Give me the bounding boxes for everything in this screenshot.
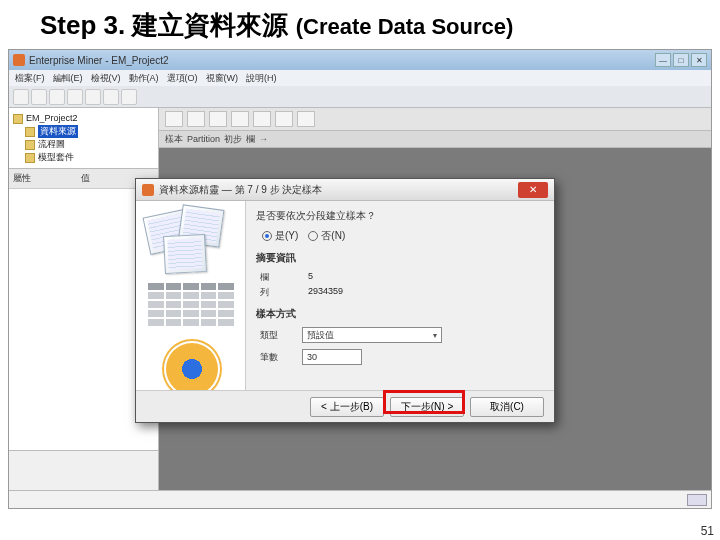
section-summary-label: 摘要資訊 xyxy=(256,251,544,265)
toolbar-btn[interactable] xyxy=(121,89,137,105)
size-input[interactable]: 30 xyxy=(302,349,362,365)
wizard-art-panel xyxy=(136,201,246,390)
section-sample-label: 樣本方式 xyxy=(256,307,544,321)
canvas-btn[interactable] xyxy=(187,111,205,127)
type-value: 預設值 xyxy=(307,329,334,342)
tab-explore[interactable]: 初步 xyxy=(224,133,242,146)
canvas-btn[interactable] xyxy=(253,111,271,127)
wizard-icon xyxy=(142,184,154,196)
cols-label: 列 xyxy=(260,286,300,299)
window-title: Enterprise Miner - EM_Project2 xyxy=(29,55,169,66)
tab-sample[interactable]: 樣本 xyxy=(165,133,183,146)
tree-data-sources[interactable]: 資料來源 xyxy=(38,125,78,138)
radio-dot-icon xyxy=(262,231,272,241)
back-button[interactable]: < 上一步(B) xyxy=(310,397,384,417)
canvas-btn[interactable] xyxy=(297,111,315,127)
rows-value: 5 xyxy=(308,271,544,284)
left-bottom-panel xyxy=(9,450,158,490)
prop-col-value: 值 xyxy=(81,172,90,185)
titlebar: Enterprise Miner - EM_Project2 — □ ✕ xyxy=(9,50,711,70)
art-target-icon xyxy=(164,341,220,390)
type-select[interactable]: 預設值 ▾ xyxy=(302,327,442,343)
cols-value: 2934359 xyxy=(308,286,544,299)
toolbar-btn[interactable] xyxy=(67,89,83,105)
menu-help[interactable]: 說明(H) xyxy=(246,72,277,85)
radio-no[interactable]: 否(N) xyxy=(308,229,345,243)
type-label: 類型 xyxy=(260,329,294,342)
menu-window[interactable]: 視窗(W) xyxy=(206,72,239,85)
page-number: 51 xyxy=(701,524,714,538)
menu-view[interactable]: 檢視(V) xyxy=(91,72,121,85)
menu-options[interactable]: 選項(O) xyxy=(167,72,198,85)
data-source-wizard-dialog: 資料來源精靈 — 第 7 / 9 步 決定樣本 ✕ xyxy=(135,178,555,423)
status-progress-icon xyxy=(687,494,707,506)
wizard-titlebar: 資料來源精靈 — 第 7 / 9 步 決定樣本 ✕ xyxy=(136,179,554,201)
canvas-btn[interactable] xyxy=(165,111,183,127)
folder-icon xyxy=(25,140,35,150)
radio-dot-icon xyxy=(308,231,318,241)
prop-col-name: 屬性 xyxy=(13,172,31,185)
canvas-toolbar xyxy=(159,108,711,130)
menu-edit[interactable]: 編輯(E) xyxy=(53,72,83,85)
toolbar-btn[interactable] xyxy=(49,89,65,105)
cancel-button[interactable]: 取消(C) xyxy=(470,397,544,417)
step-prefix: Step 3. xyxy=(40,10,132,40)
project-tree[interactable]: EM_Project2 資料來源 流程圖 模型套件 xyxy=(9,108,158,168)
app-window: Enterprise Miner - EM_Project2 — □ ✕ 檔案(… xyxy=(8,49,712,509)
menubar: 檔案(F) 編輯(E) 檢視(V) 動作(A) 選項(O) 視窗(W) 說明(H… xyxy=(9,70,711,86)
title-en: (Create Data Source) xyxy=(296,14,514,39)
toolbar-btn[interactable] xyxy=(85,89,101,105)
menu-action[interactable]: 動作(A) xyxy=(129,72,159,85)
toolbar xyxy=(9,86,711,108)
statusbar xyxy=(9,490,711,508)
toolbar-btn[interactable] xyxy=(103,89,119,105)
canvas-btn[interactable] xyxy=(231,111,249,127)
app-icon xyxy=(13,54,25,66)
radio-yes[interactable]: 是(Y) xyxy=(262,229,298,243)
tree-root[interactable]: EM_Project2 xyxy=(26,112,78,125)
wizard-question: 是否要依次分段建立樣本？ xyxy=(256,209,544,223)
folder-icon xyxy=(25,127,35,137)
wizard-button-bar: < 上一步(B) 下一步(N) > 取消(C) xyxy=(136,390,554,422)
tab-partition[interactable]: Partition xyxy=(187,134,220,144)
wizard-form: 是否要依次分段建立樣本？ 是(Y) 否(N) 摘要資訊 欄5 列2934359 … xyxy=(246,201,554,390)
tab-more-icon[interactable]: → xyxy=(259,134,268,144)
rows-label: 欄 xyxy=(260,271,300,284)
folder-icon xyxy=(25,153,35,163)
tab-columns[interactable]: 欄 xyxy=(246,133,255,146)
wizard-title: 資料來源精靈 — 第 7 / 9 步 決定樣本 xyxy=(159,183,322,197)
art-table-icon xyxy=(148,283,234,328)
maximize-button[interactable]: □ xyxy=(673,53,689,67)
toolbar-btn[interactable] xyxy=(13,89,29,105)
close-button[interactable]: ✕ xyxy=(691,53,707,67)
canvas-tabs: 樣本 Partition 初步 欄 → xyxy=(159,130,711,148)
art-sheet-icon xyxy=(163,234,207,274)
minimize-button[interactable]: — xyxy=(655,53,671,67)
title-cjk: 建立資料來源 xyxy=(132,11,288,40)
tree-model-packages[interactable]: 模型套件 xyxy=(38,151,74,164)
chevron-down-icon: ▾ xyxy=(433,331,437,340)
toolbar-btn[interactable] xyxy=(31,89,47,105)
canvas-btn[interactable] xyxy=(275,111,293,127)
size-label: 筆數 xyxy=(260,351,294,364)
canvas-btn[interactable] xyxy=(209,111,227,127)
folder-icon xyxy=(13,114,23,124)
next-button[interactable]: 下一步(N) > xyxy=(390,397,464,417)
tree-diagrams[interactable]: 流程圖 xyxy=(38,138,65,151)
menu-file[interactable]: 檔案(F) xyxy=(15,72,45,85)
slide-title: Step 3. 建立資料來源 (Create Data Source) xyxy=(0,0,720,49)
wizard-close-button[interactable]: ✕ xyxy=(518,182,548,198)
